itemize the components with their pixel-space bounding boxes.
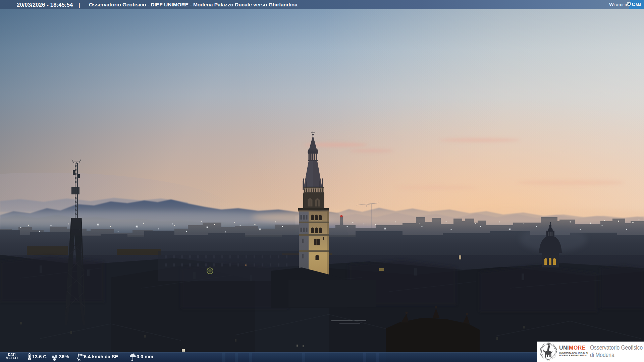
- svg-text:W: W: [609, 2, 614, 7]
- svg-text:EATHER: EATHER: [614, 3, 627, 7]
- svg-text:AM: AM: [636, 3, 641, 7]
- svg-text:1175: 1175: [547, 360, 550, 361]
- svg-text:C: C: [632, 1, 636, 7]
